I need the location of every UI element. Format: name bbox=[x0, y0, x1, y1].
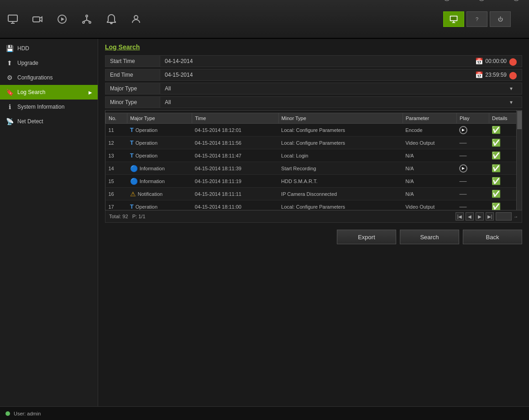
cell-play[interactable]: — bbox=[456, 136, 489, 149]
cell-play[interactable]: ▶ bbox=[456, 162, 489, 175]
cell-play[interactable]: ▶ bbox=[456, 124, 489, 136]
cell-time: 04-15-2014 18:11:11 bbox=[192, 188, 278, 200]
details-check[interactable]: ✅ bbox=[492, 190, 501, 198]
netdetect-icon: 📡 bbox=[5, 118, 14, 125]
major-type-label: Major Type bbox=[105, 83, 160, 94]
cell-major-type: 🔵 Information bbox=[127, 162, 192, 175]
details-check[interactable]: ✅ bbox=[492, 177, 501, 185]
cell-major-type: T Operation bbox=[127, 200, 192, 211]
page-next[interactable]: ▶ bbox=[476, 212, 484, 220]
col-play: Play bbox=[456, 113, 489, 124]
cell-parameter: N/A bbox=[403, 175, 456, 188]
cell-time: 04-15-2014 18:11:39 bbox=[192, 162, 278, 175]
cell-play[interactable]: — bbox=[456, 149, 489, 162]
cell-parameter: N/A bbox=[403, 188, 456, 200]
cell-time: 04-15-2014 18:11:56 bbox=[192, 136, 278, 149]
col-major-type: Major Type bbox=[127, 113, 192, 124]
page-last[interactable]: ▶| bbox=[486, 212, 494, 220]
svg-rect-3 bbox=[33, 17, 40, 22]
end-time-label: End Time bbox=[105, 69, 160, 80]
col-minor-type: Minor Type bbox=[278, 113, 403, 124]
cell-parameter: Encode bbox=[403, 124, 456, 136]
total-count: Total: 92 P: 1/1 bbox=[109, 214, 146, 219]
nav-icons bbox=[5, 11, 144, 27]
svg-point-13 bbox=[134, 16, 138, 19]
svg-line-11 bbox=[84, 20, 87, 21]
col-parameter: Parameter bbox=[403, 113, 456, 124]
table-row: 13 T Operation 04-15-2014 18:11:47 Local… bbox=[106, 149, 522, 162]
table-row: 17 T Operation 04-15-2014 18:11:00 Local… bbox=[106, 200, 522, 211]
table-row: 11 T Operation 04-15-2014 18:12:01 Local… bbox=[106, 124, 522, 136]
network-icon[interactable] bbox=[79, 11, 95, 27]
svg-line-12 bbox=[87, 20, 90, 21]
col-no: No. bbox=[106, 113, 127, 124]
cell-play[interactable]: — bbox=[456, 188, 489, 200]
sidebar-item-upgrade[interactable]: ⬆ Upgrade bbox=[0, 56, 98, 70]
svg-marker-6 bbox=[61, 17, 64, 21]
details-check[interactable]: ✅ bbox=[492, 126, 501, 134]
radio-start[interactable]: ⬤ bbox=[509, 57, 517, 66]
radio-end[interactable]: ⬤ bbox=[509, 71, 517, 79]
details-check[interactable]: ✅ bbox=[492, 139, 501, 147]
sidebar-item-system-info[interactable]: ℹ System Information bbox=[0, 100, 98, 114]
start-time-value: 04-14-2014 bbox=[160, 56, 475, 67]
monitor-icon[interactable] bbox=[5, 11, 21, 27]
table-row: 16 ⚠ Notification 04-15-2014 18:11:11 IP… bbox=[106, 188, 522, 200]
tab-power[interactable]: ⏻ bbox=[490, 11, 511, 27]
minor-type-value[interactable]: All ▾ bbox=[160, 97, 522, 108]
cell-minor-type: Local: Configure Parameters bbox=[278, 124, 403, 136]
sidebar: 💾 HDD ⬆ Upgrade ⚙ Configurations 🔖 Log S… bbox=[0, 39, 98, 406]
cell-minor-type: Start Recording bbox=[278, 162, 403, 175]
sidebar-item-hdd[interactable]: 💾 HDD bbox=[0, 41, 98, 56]
cell-minor-type: Local: Login bbox=[278, 149, 403, 162]
content-panel: Log Search Start Time 04-14-2014 📅 00:00… bbox=[98, 39, 529, 406]
playback-icon[interactable] bbox=[54, 11, 70, 27]
details-check[interactable]: ✅ bbox=[492, 203, 501, 210]
dropdown-arrow-minor: ▾ bbox=[510, 99, 513, 105]
bottom-bar: User: admin bbox=[0, 406, 529, 420]
dropdown-arrow-major: ▾ bbox=[510, 85, 513, 92]
annotation-1: ① bbox=[443, 0, 450, 3]
scrollbar-thumb[interactable] bbox=[517, 111, 522, 129]
log-table: No. Major Type Time Minor Type Parameter… bbox=[105, 113, 522, 210]
tab-main[interactable] bbox=[443, 11, 464, 27]
person-icon[interactable] bbox=[128, 11, 144, 27]
page-prev[interactable]: ◀ bbox=[466, 212, 474, 220]
cell-minor-type: Local: Configure Parameters bbox=[278, 136, 403, 149]
cell-play[interactable]: — bbox=[456, 200, 489, 211]
tab-help[interactable]: ? bbox=[466, 11, 487, 27]
hdd-icon: 💾 bbox=[5, 45, 14, 52]
export-button[interactable]: Export bbox=[337, 230, 396, 244]
details-check[interactable]: ✅ bbox=[492, 164, 501, 172]
sidebar-item-configurations[interactable]: ⚙ Configurations bbox=[0, 70, 98, 85]
back-button[interactable]: Back bbox=[463, 230, 522, 244]
cell-no: 16 bbox=[106, 188, 127, 200]
sidebar-item-log-search[interactable]: 🔖 Log Search ▶ bbox=[0, 85, 98, 100]
calendar-icon-start[interactable]: 📅 bbox=[475, 58, 483, 65]
details-check[interactable]: ✅ bbox=[492, 152, 501, 159]
major-type-value[interactable]: All ▾ bbox=[160, 83, 522, 94]
page-first[interactable]: |◀ bbox=[456, 212, 464, 220]
calendar-icon-end[interactable]: 📅 bbox=[475, 71, 483, 79]
no-play: — bbox=[459, 139, 466, 147]
cell-major-type: 🔵 Information bbox=[127, 175, 192, 188]
cell-parameter: N/A bbox=[403, 162, 456, 175]
cell-time: 04-15-2014 18:11:19 bbox=[192, 175, 278, 188]
go-arrow[interactable]: → bbox=[513, 214, 518, 219]
play-btn[interactable]: ▶ bbox=[459, 126, 467, 134]
no-play: — bbox=[459, 152, 466, 159]
search-button[interactable]: Search bbox=[400, 230, 459, 244]
page-input[interactable] bbox=[496, 212, 512, 220]
camera-icon[interactable] bbox=[29, 11, 46, 27]
cell-play[interactable]: — bbox=[456, 175, 489, 188]
no-play: — bbox=[459, 203, 466, 210]
user-label: User: admin bbox=[14, 411, 41, 416]
scrollbar[interactable] bbox=[516, 110, 522, 210]
end-time-value: 04-15-2014 bbox=[160, 69, 475, 80]
play-btn[interactable]: ▶ bbox=[459, 164, 467, 173]
sidebar-item-net-detect[interactable]: 📡 Net Detect bbox=[0, 114, 98, 129]
pagination: |◀ ◀ ▶ ▶| → bbox=[456, 212, 518, 220]
action-row: Export Search Back bbox=[105, 225, 522, 249]
alarm-icon[interactable] bbox=[103, 11, 120, 27]
start-time-label: Start Time bbox=[105, 56, 160, 67]
